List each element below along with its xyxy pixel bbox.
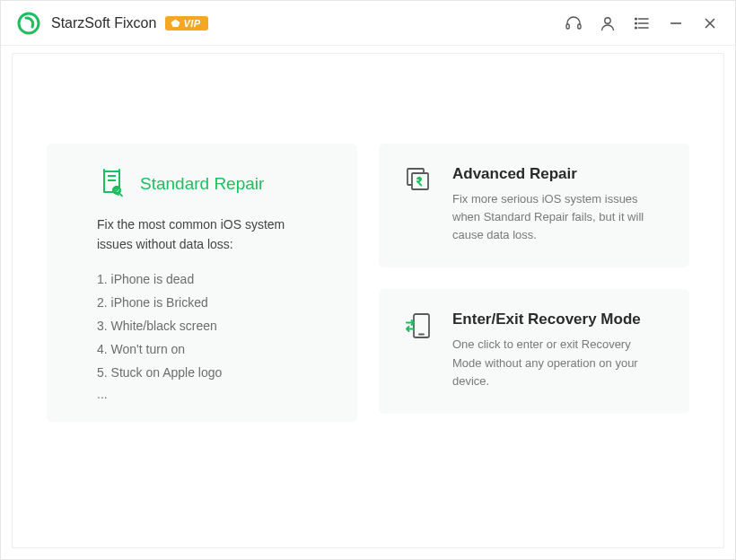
close-button[interactable]	[701, 14, 719, 32]
content-area: Standard Repair Fix the most common iOS …	[1, 46, 735, 559]
cards-container: Standard Repair Fix the most common iOS …	[13, 144, 723, 422]
svg-rect-1	[566, 24, 569, 29]
svg-point-4	[635, 18, 637, 20]
recovery-mode-title: Enter/Exit Recovery Mode	[452, 311, 650, 328]
recovery-mode-card[interactable]: Enter/Exit Recovery Mode One click to en…	[379, 289, 689, 413]
account-icon[interactable]	[599, 14, 617, 32]
app-window: StarzSoft Fixcon VIP	[0, 0, 736, 560]
list-item: 5. Stuck on Apple logo	[97, 362, 321, 385]
svg-rect-2	[578, 24, 581, 29]
advanced-repair-card[interactable]: Advanced Repair Fix more serious iOS sys…	[379, 144, 689, 267]
window-controls	[565, 14, 719, 32]
titlebar: StarzSoft Fixcon VIP	[1, 1, 735, 46]
list-item: 2. iPhone is Bricked	[97, 292, 321, 315]
svg-point-0	[19, 13, 39, 33]
svg-point-3	[605, 17, 610, 22]
recovery-mode-desc: One click to enter or exit Recovery Mode…	[452, 336, 650, 389]
standard-repair-subtitle: Fix the most common iOS system issues wi…	[97, 215, 321, 254]
standard-repair-header: Standard Repair	[97, 169, 321, 199]
standard-repair-list: 1. iPhone is dead 2. iPhone is Bricked 3…	[97, 268, 321, 384]
svg-point-6	[635, 22, 637, 24]
app-title: StarzSoft Fixcon	[51, 15, 156, 31]
standard-repair-icon	[97, 169, 127, 199]
list-item: 4. Won't turn on	[97, 338, 321, 362]
support-icon[interactable]	[565, 14, 583, 32]
advanced-repair-icon	[404, 165, 434, 196]
svg-point-8	[635, 27, 637, 29]
vip-label: VIP	[183, 18, 200, 29]
standard-repair-title: Standard Repair	[140, 174, 264, 194]
list-item: 3. White/black screen	[97, 315, 321, 338]
menu-icon[interactable]	[633, 14, 651, 32]
standard-repair-card[interactable]: Standard Repair Fix the most common iOS …	[47, 144, 357, 422]
advanced-repair-desc: Fix more serious iOS system issues when …	[452, 190, 650, 244]
list-item: 1. iPhone is dead	[97, 268, 321, 292]
recovery-mode-icon	[404, 311, 434, 341]
minimize-button[interactable]	[667, 14, 685, 32]
app-logo-icon	[17, 12, 40, 35]
main-panel: Standard Repair Fix the most common iOS …	[12, 53, 724, 548]
list-more: ...	[97, 387, 321, 401]
vip-badge[interactable]: VIP	[165, 16, 207, 31]
advanced-repair-title: Advanced Repair	[452, 165, 650, 183]
